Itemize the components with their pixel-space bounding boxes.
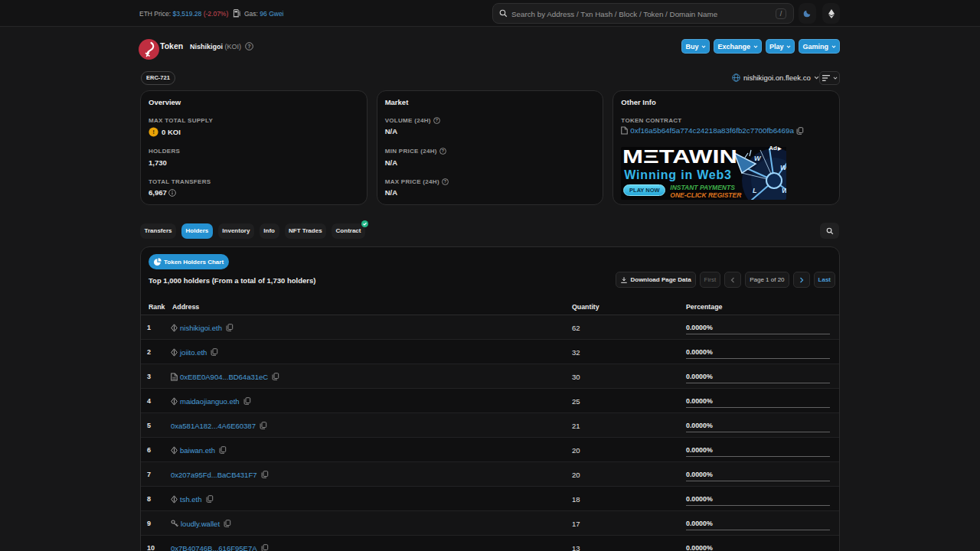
svg-text:W: W [782, 187, 786, 194]
svg-text:L: L [753, 187, 757, 194]
svg-text:!: ! [152, 129, 155, 135]
svg-text:?: ? [444, 179, 446, 184]
svg-text:?: ? [442, 148, 444, 153]
svg-text:W: W [780, 164, 786, 171]
svg-text:?: ? [436, 118, 438, 122]
svg-text:?: ? [248, 44, 251, 49]
